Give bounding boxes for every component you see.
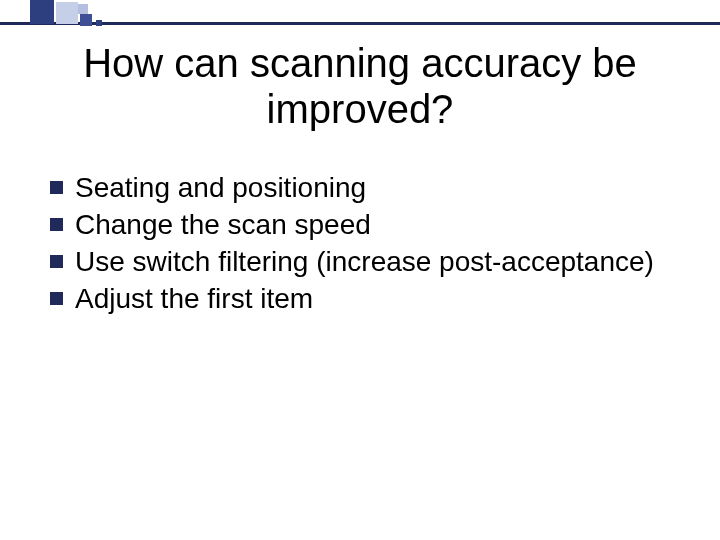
- header-rule: [0, 22, 720, 25]
- decor-square-icon: [56, 2, 78, 24]
- list-item: Use switch filtering (increase post-acce…: [50, 244, 660, 279]
- bullet-square-icon: [50, 255, 63, 268]
- list-item: Seating and positioning: [50, 170, 660, 205]
- slide-title: How can scanning accuracy be improved?: [0, 40, 720, 132]
- list-item-text: Seating and positioning: [75, 170, 660, 205]
- decor-square-icon: [96, 20, 102, 26]
- bullet-list: Seating and positioning Change the scan …: [50, 170, 660, 318]
- list-item-text: Change the scan speed: [75, 207, 660, 242]
- bullet-square-icon: [50, 292, 63, 305]
- list-item-text: Adjust the first item: [75, 281, 660, 316]
- list-item-text: Use switch filtering (increase post-acce…: [75, 244, 660, 279]
- decor-square-icon: [78, 4, 88, 14]
- slide-decoration: [0, 0, 720, 30]
- list-item: Change the scan speed: [50, 207, 660, 242]
- decor-square-icon: [30, 0, 54, 24]
- bullet-square-icon: [50, 218, 63, 231]
- decor-square-icon: [80, 14, 92, 26]
- bullet-square-icon: [50, 181, 63, 194]
- list-item: Adjust the first item: [50, 281, 660, 316]
